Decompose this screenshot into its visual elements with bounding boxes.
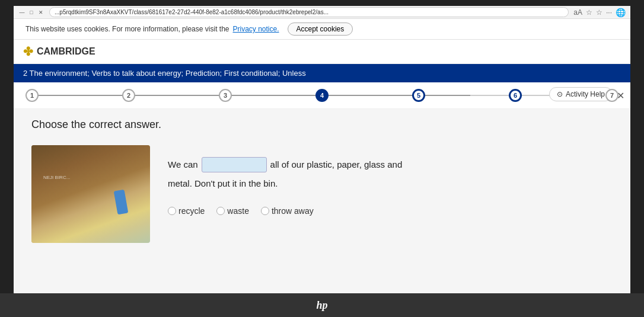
answer-options: recycle waste throw away: [168, 200, 613, 222]
step-5[interactable]: 5: [412, 89, 425, 102]
option-label-recycle: recycle: [178, 206, 205, 216]
option-label-throw-away: throw away: [272, 206, 314, 216]
image-overlay-text: NEJI BIRC...: [43, 175, 70, 180]
answer-blank[interactable]: [202, 157, 267, 172]
address-bar[interactable]: ...p5rqdtkim9SF3n8AxaXKVT/class/681617e2…: [49, 7, 569, 17]
image-visual: NEJI BIRC...: [31, 145, 150, 243]
image-overlay: NEJI BIRC...: [43, 175, 70, 181]
image-container: NEJI BIRC...: [31, 145, 150, 243]
close-window-button[interactable]: ✕: [37, 9, 44, 16]
question-header: Choose the correct answer.: [31, 119, 613, 131]
sentence-line2: metal. Don't put it in the bin.: [168, 178, 613, 188]
reader-icon[interactable]: aA: [573, 8, 582, 17]
answer-option-throw-away[interactable]: throw away: [261, 206, 314, 216]
privacy-link[interactable]: Privacy notice.: [232, 25, 279, 33]
step-7[interactable]: 7: [605, 89, 619, 102]
hp-logo: hp: [316, 299, 327, 312]
content-inner: Choose the correct answer. NEJI BIRC...: [14, 109, 630, 252]
browser-icons: aA ☆ ☆ ··· 🌐: [573, 8, 626, 17]
accept-cookies-button[interactable]: Accept cookies: [288, 23, 353, 36]
sentence-line1: We can all of our plastic, paper, glass …: [168, 157, 613, 172]
cambridge-logo: ✤ CAMBRIDGE: [23, 44, 95, 59]
step-1[interactable]: 1: [25, 89, 39, 102]
hp-logo-area: hp: [0, 293, 644, 317]
step-nodes: 1 2 3 4 5 6 7: [25, 89, 619, 102]
blue-accent-shape: [114, 189, 129, 214]
radio-recycle[interactable]: [168, 207, 176, 215]
address-text: ...p5rqdtkim9SF3n8AxaXKVT/class/681617e2…: [55, 9, 329, 15]
favorites-icon[interactable]: ☆: [596, 8, 602, 17]
browser-window: — □ ✕ ...p5rqdtkim9SF3n8AxaXKVT/class/68…: [14, 6, 630, 302]
progress-track: 1 2 3 4 5 6 7: [25, 89, 619, 101]
minimize-button[interactable]: —: [18, 9, 25, 16]
subject-banner: 2 The environment; Verbs to talk about e…: [14, 64, 630, 82]
progress-area: 1 2 3 4 5 6 7 ⊙ Activity Help ✕: [14, 82, 630, 109]
content-row: NEJI BIRC... We can all of our plastic, …: [31, 145, 613, 243]
main-content: Choose the correct answer. NEJI BIRC...: [14, 109, 630, 302]
subject-text: 2 The environment; Verbs to talk about e…: [23, 69, 306, 78]
more-icon[interactable]: ···: [606, 8, 612, 17]
maximize-button[interactable]: □: [28, 9, 35, 16]
step-2[interactable]: 2: [122, 89, 135, 102]
edge-icon[interactable]: 🌐: [616, 8, 626, 17]
logo-icon: ✤: [23, 44, 33, 59]
option-label-waste: waste: [227, 206, 249, 216]
logo-text: CAMBRIDGE: [37, 46, 95, 57]
sentence-area: We can all of our plastic, paper, glass …: [168, 145, 613, 222]
cookie-bar: This website uses cookies. For more info…: [14, 19, 630, 40]
window-controls: — □ ✕: [18, 9, 44, 16]
star-icon[interactable]: ☆: [586, 8, 592, 17]
step-3[interactable]: 3: [219, 89, 232, 102]
step-4[interactable]: 4: [315, 89, 329, 102]
answer-option-recycle[interactable]: recycle: [168, 206, 205, 216]
browser-chrome: — □ ✕ ...p5rqdtkim9SF3n8AxaXKVT/class/68…: [14, 6, 630, 19]
sentence-part2: all of our plastic, paper, glass and: [270, 158, 403, 172]
radio-waste[interactable]: [216, 207, 225, 215]
top-bar: ✤ CAMBRIDGE: [14, 40, 630, 64]
cookie-text: This website uses cookies. For more info…: [25, 25, 229, 33]
step-6[interactable]: 6: [509, 89, 522, 102]
sentence-part1: We can: [168, 158, 198, 172]
answer-option-waste[interactable]: waste: [216, 206, 249, 216]
radio-throw-away[interactable]: [261, 207, 269, 215]
monitor-frame: — □ ✕ ...p5rqdtkim9SF3n8AxaXKVT/class/68…: [0, 0, 644, 317]
